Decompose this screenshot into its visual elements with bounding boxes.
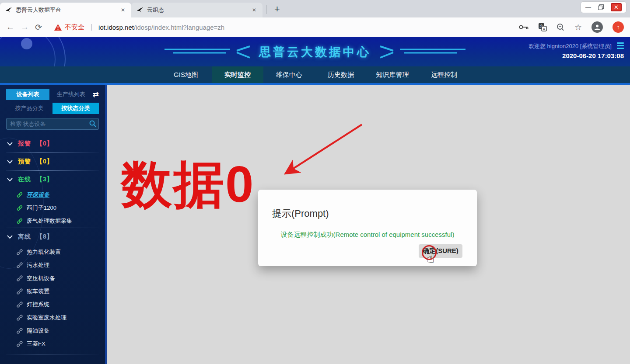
tab-by-product[interactable]: 按产品分类 xyxy=(6,103,52,114)
device-label: 隔油设备 xyxy=(27,327,49,335)
sidebar-filter-tabs: 按产品分类 按状态分类 xyxy=(6,103,99,114)
device-sidebar: 设备列表 生产线列表 ⇄ 按产品分类 按状态分类 报警 【0】 xyxy=(0,85,107,364)
back-button[interactable]: ← xyxy=(6,22,14,32)
dialog-title: 提示(Prompt) xyxy=(258,190,477,220)
device-item[interactable]: 热力氧化装置 xyxy=(6,246,99,259)
device-item[interactable]: 实验室废水处理 xyxy=(6,311,99,324)
search-icon[interactable] xyxy=(89,120,96,127)
tab-production-line-list[interactable]: 生产线列表 xyxy=(49,89,93,100)
tab-close-icon[interactable]: ✕ xyxy=(250,6,258,14)
group-alarm[interactable]: 报警 【0】 xyxy=(6,135,99,153)
device-item[interactable]: 环保设备 xyxy=(6,188,99,201)
chevron-down-icon xyxy=(7,142,13,146)
search-input[interactable] xyxy=(6,118,99,130)
browser-tab-cloud[interactable]: 云组态 ✕ xyxy=(131,3,262,17)
broken-link-icon xyxy=(17,341,23,347)
password-key-icon[interactable] xyxy=(519,24,528,30)
nav-maintenance-center[interactable]: 维保中心 xyxy=(263,66,315,83)
group-count: 【0】 xyxy=(36,140,53,148)
device-item[interactable]: 三菱FX xyxy=(6,337,99,350)
browser-url-bar: ← → ⟳ 不安全 | iot.idosp.net/idosp/index.ht… xyxy=(0,17,630,37)
device-label: 猴车装置 xyxy=(27,288,49,295)
person-icon xyxy=(594,24,601,31)
tab-title: 思普云大数据平台 xyxy=(16,6,116,14)
main-navigation: GIS地图 实时监控 维保中心 历史数据 知识库管理 远程控制 xyxy=(0,66,630,83)
device-label: 废气处理数据采集 xyxy=(27,217,72,225)
site-favicon-icon xyxy=(136,7,144,14)
group-label: 在线 xyxy=(18,176,31,184)
sure-button[interactable]: 确定(SURE) xyxy=(419,244,462,258)
page-title: 思普云大数据中心 xyxy=(259,44,371,60)
device-label: 三菱FX xyxy=(27,340,46,348)
nav-remote-control[interactable]: 远程控制 xyxy=(418,66,470,83)
device-tree: 报警 【0】 预警 【0】 在线 【3】 xyxy=(6,135,99,354)
warning-triangle-icon xyxy=(54,24,62,31)
sidebar-list-tabs: 设备列表 生产线列表 ⇄ xyxy=(6,89,99,100)
security-label: 不安全 xyxy=(65,23,84,31)
device-item[interactable]: 污水处理 xyxy=(6,259,99,272)
broken-link-icon xyxy=(17,262,23,268)
profile-avatar[interactable] xyxy=(592,21,603,33)
device-item[interactable]: 灯控系统 xyxy=(6,298,99,311)
bookmark-star-icon[interactable]: ☆ xyxy=(574,22,582,32)
tab-device-list[interactable]: 设备列表 xyxy=(6,89,49,100)
translate-icon[interactable]: 文 A xyxy=(538,23,547,31)
nav-gis-map[interactable]: GIS地图 xyxy=(160,66,212,83)
divider xyxy=(6,354,99,354)
link-icon xyxy=(17,205,23,211)
tab-divider xyxy=(266,5,266,14)
url-separator: | xyxy=(91,23,92,31)
minimize-button[interactable]: — xyxy=(585,4,591,10)
welcome-user-text: 欢迎您 hignton2020 [系统管理员] xyxy=(528,42,612,50)
svg-text:A: A xyxy=(543,27,546,31)
tab-by-status[interactable]: 按状态分类 xyxy=(52,103,99,114)
new-tab-button[interactable]: + xyxy=(270,3,284,15)
group-online[interactable]: 在线 【3】 xyxy=(6,171,99,188)
group-label: 报警 xyxy=(18,140,31,148)
chevron-down-icon xyxy=(7,235,13,239)
site-favicon-icon xyxy=(5,7,12,14)
toolbar-icons: 文 A ☆ ↑ xyxy=(519,21,624,33)
broken-link-icon xyxy=(17,288,23,295)
forward-button[interactable]: → xyxy=(21,22,29,32)
title-area: 思普云大数据中心 xyxy=(0,37,630,66)
restore-window-button[interactable] xyxy=(598,4,604,10)
device-item[interactable]: 隔油设备 xyxy=(6,324,99,337)
browser-tab-bar: 思普云大数据平台 ✕ 云组态 ✕ + — ✕ xyxy=(0,0,630,17)
title-left-ornament-icon xyxy=(164,45,252,59)
broken-link-icon xyxy=(17,275,23,281)
chevron-down-icon xyxy=(7,178,13,182)
nav-realtime-monitor[interactable]: 实时监控 xyxy=(212,66,263,83)
tab-close-icon[interactable]: ✕ xyxy=(119,6,127,14)
close-window-button[interactable]: ✕ xyxy=(611,3,622,11)
tab-title: 云组态 xyxy=(147,6,247,14)
group-label: 预警 xyxy=(18,158,31,166)
nav-history-data[interactable]: 历史数据 xyxy=(315,66,367,83)
device-item[interactable]: 废气处理数据采集 xyxy=(6,215,99,228)
prompt-dialog: 提示(Prompt) 设备远程控制成功(Remote control of eq… xyxy=(258,190,477,266)
browser-update-icon[interactable]: ↑ xyxy=(612,21,624,33)
nav-knowledge-base[interactable]: 知识库管理 xyxy=(367,66,418,83)
window-controls: — ✕ xyxy=(581,1,626,13)
security-indicator[interactable]: 不安全 xyxy=(54,23,84,31)
address-input[interactable]: iot.idosp.net/idosp/index.html?language=… xyxy=(98,24,513,31)
broken-link-icon xyxy=(17,315,23,321)
link-icon xyxy=(17,192,23,198)
swap-panels-icon[interactable]: ⇄ xyxy=(93,90,99,99)
browser-tab-platform[interactable]: 思普云大数据平台 ✕ xyxy=(0,3,131,17)
group-count: 【0】 xyxy=(36,158,53,166)
group-offline[interactable]: 离线 【8】 xyxy=(6,228,99,246)
device-item[interactable]: 猴车装置 xyxy=(6,285,99,298)
menu-list-icon[interactable] xyxy=(617,42,624,49)
device-item[interactable]: 西门子1200 xyxy=(6,201,99,215)
group-warning[interactable]: 预警 【0】 xyxy=(6,153,99,170)
group-count: 【3】 xyxy=(36,176,53,184)
device-label: 环保设备 xyxy=(27,191,49,199)
device-search xyxy=(6,118,99,130)
device-label: 实验室废水处理 xyxy=(27,314,66,322)
device-item[interactable]: 空压机设备 xyxy=(6,272,99,285)
refresh-button[interactable]: ⟳ xyxy=(35,22,42,32)
zoom-out-icon[interactable] xyxy=(556,23,565,31)
device-label: 空压机设备 xyxy=(27,274,55,282)
device-label: 西门子1200 xyxy=(27,204,56,212)
